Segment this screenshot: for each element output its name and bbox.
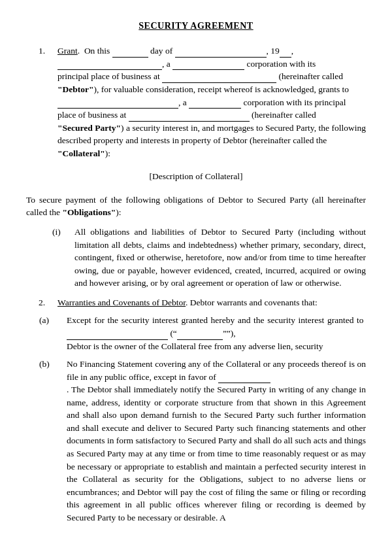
roman-i-label: (i) [52, 226, 71, 290]
sub-b-section: (b) No Financing Statement covering any … [39, 358, 366, 524]
blank-year[interactable] [280, 48, 291, 58]
sub-a-label: (a) [39, 314, 63, 352]
sub-a-section: (a) Except for the security interest gra… [39, 314, 366, 352]
section-2: 2. Warranties and Covenants of Debtor. D… [26, 296, 366, 309]
sub-item-i: (i) All obligations and liabilities of D… [52, 226, 366, 290]
blank-sp-name[interactable] [57, 99, 178, 109]
document-title: SECURITY AGREEMENT [26, 20, 366, 33]
roman-i-content: All obligations and liabilities of Debto… [74, 226, 366, 290]
grant-label: Grant [57, 46, 78, 56]
sub-item-b: (b) No Financing Statement covering any … [39, 358, 366, 524]
roman-i-section: (i) All obligations and liabilities of D… [52, 226, 366, 290]
section-2-heading: Warranties and Covenants of Debtor [57, 298, 186, 307]
blank-corp-type1[interactable] [172, 61, 244, 70]
collateral-description: [Description of Collateral] [26, 170, 366, 183]
sub-b-content: No Financing Statement covering any of t… [67, 358, 366, 524]
section-1-content: Grant. On this day of , 19, , a corporat… [57, 44, 366, 160]
obligations-para: To secure payment of the following oblig… [26, 194, 366, 219]
blank-party1[interactable] [57, 61, 162, 70]
on-this-text: On this [84, 46, 110, 56]
blank-address1[interactable] [162, 74, 276, 83]
blank-corp-type2[interactable] [189, 99, 241, 109]
blank-sp-address[interactable] [129, 112, 250, 122]
blank-sp-name2[interactable] [177, 331, 223, 340]
section-2-number: 2. [26, 296, 57, 309]
section-1: 1. Grant. On this day of , 19, , a corpo… [26, 44, 366, 160]
blank-day[interactable] [112, 48, 148, 58]
blank-office[interactable] [218, 374, 270, 383]
sub-a-content: Except for the security interest granted… [67, 314, 366, 352]
sub-b-label: (b) [39, 358, 63, 524]
blank-sp-interest[interactable] [67, 331, 168, 340]
blank-date[interactable] [175, 48, 267, 58]
section-1-number: 1. [26, 44, 57, 160]
section-2-content: Warranties and Covenants of Debtor. Debt… [57, 296, 366, 309]
sub-item-a: (a) Except for the security interest gra… [39, 314, 366, 352]
document-container: SECURITY AGREEMENT 1. Grant. On this day… [26, 20, 366, 524]
